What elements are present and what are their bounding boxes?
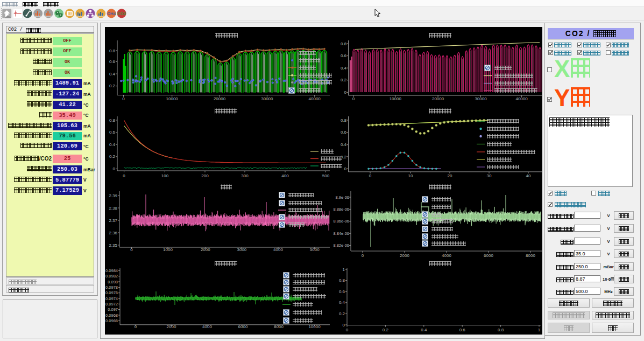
svg-text:0.8: 0.8 [109,48,116,53]
svg-text:400: 400 [281,173,289,178]
svg-text:0.4: 0.4 [109,72,116,76]
svg-text:30000: 30000 [475,96,487,101]
svg-text:2.37: 2.37 [109,218,117,223]
svg-text:200: 200 [201,173,209,178]
svg-text:20: 20 [448,173,452,178]
svg-text:2.35: 2.35 [109,243,117,248]
svg-text:300: 300 [241,173,249,178]
svg-text:0.4: 0.4 [341,142,347,147]
svg-text:0.098: 0.098 [108,280,118,284]
svg-text:10: 10 [408,173,413,178]
svg-text:6000: 6000 [484,253,493,258]
svg-text:0: 0 [352,96,355,101]
svg-text:0.6: 0.6 [459,328,466,332]
svg-text:0.2: 0.2 [383,328,389,332]
svg-text:0.2: 0.2 [109,154,116,159]
svg-text:0: 0 [344,90,347,95]
svg-text:1: 1 [538,328,541,332]
svg-text:0.8: 0.8 [498,328,504,332]
svg-text:CH4: CH4 [107,11,116,16]
svg-text:0: 0 [122,96,125,101]
svg-text:0.8: 0.8 [341,41,347,46]
svg-text:0.0976: 0.0976 [105,290,118,295]
svg-text:20000: 20000 [214,96,226,101]
svg-text:30: 30 [487,173,492,178]
svg-text:0.6: 0.6 [341,53,347,58]
svg-text:0.0982: 0.0982 [105,274,118,279]
svg-text:40: 40 [526,173,531,178]
svg-text:0.0974: 0.0974 [105,296,118,301]
svg-text:0.4: 0.4 [339,300,345,305]
svg-text:0.0972: 0.0972 [105,302,118,307]
svg-text:CO2: CO2 [117,11,126,16]
svg-text:0.8: 0.8 [339,278,345,283]
svg-text:0: 0 [123,173,125,178]
svg-text:0.2: 0.2 [341,78,347,82]
svg-text:8.84e-06: 8.84e-06 [333,231,349,236]
svg-text:0.0966: 0.0966 [105,318,118,323]
svg-text:0.0968: 0.0968 [105,313,118,318]
svg-text:0: 0 [346,328,349,332]
svg-text:20000: 20000 [432,96,444,101]
svg-text:0: 0 [369,173,372,178]
svg-text:8.88e-06: 8.88e-06 [333,207,349,212]
svg-text:0: 0 [362,253,364,258]
svg-text:0.4: 0.4 [109,142,116,147]
svg-text:0.0978: 0.0978 [105,285,118,290]
svg-text:0.2: 0.2 [339,311,345,316]
svg-text:2.38: 2.38 [109,206,117,211]
svg-text:0: 0 [344,166,347,171]
svg-text:500: 500 [322,173,330,178]
svg-text:100: 100 [161,173,169,178]
svg-text:2.36: 2.36 [109,231,117,235]
svg-text:40000: 40000 [515,96,528,101]
svg-text:0.4: 0.4 [341,66,347,71]
svg-text:0.2: 0.2 [109,83,116,88]
svg-text:30000: 30000 [261,96,273,101]
svg-text:10000: 10000 [390,96,402,101]
svg-text:0.4: 0.4 [421,328,427,332]
svg-text:0.8: 0.8 [341,118,347,123]
svg-text:0.0984: 0.0984 [105,268,118,273]
svg-text:0.6: 0.6 [109,59,116,64]
svg-text:0.6: 0.6 [339,289,345,294]
svg-text:1: 1 [343,267,345,272]
svg-text:0.2: 0.2 [341,155,347,159]
svg-text:2000: 2000 [400,253,409,258]
svg-text:8000: 8000 [526,253,535,258]
svg-text:40000: 40000 [309,96,321,101]
svg-text:0: 0 [113,166,116,171]
svg-text:0.6: 0.6 [341,130,347,135]
svg-text:8.9e-06: 8.9e-06 [336,195,349,200]
svg-text:2.39: 2.39 [109,193,117,198]
svg-text:4000: 4000 [442,253,451,258]
svg-text:8.86e-06: 8.86e-06 [333,219,349,224]
svg-text:0.6: 0.6 [109,130,116,135]
svg-text:10000: 10000 [166,96,179,101]
svg-text:0.097: 0.097 [108,307,118,312]
svg-text:8.82e-06: 8.82e-06 [333,243,349,248]
svg-text:0.8: 0.8 [109,118,116,123]
svg-text:0: 0 [343,323,345,328]
